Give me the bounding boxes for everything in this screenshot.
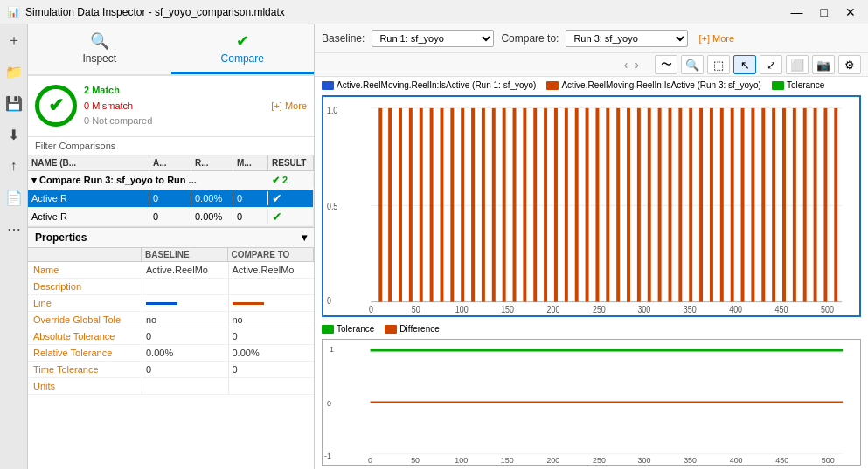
prop-table: Name Active.ReelMo Active.ReelMo Descrip… — [28, 262, 314, 395]
table-row[interactable]: Active.R 0 0.00% 0 ✔ — [28, 208, 314, 226]
prop-row-abs-tol: Absolute Tolerance 0 0 — [28, 328, 314, 345]
share-button[interactable]: ↑ — [2, 154, 26, 178]
prop-row-line: Line — [28, 295, 314, 312]
top-more-button[interactable]: [+] More — [698, 33, 734, 44]
svg-rect-49 — [699, 108, 703, 302]
svg-text:300: 300 — [638, 456, 651, 465]
match-count: 2 Match — [84, 83, 264, 99]
table-row[interactable]: Active.R 0 0.00% 0 ✔ — [28, 190, 314, 208]
legend-item-tol: Tolerance — [322, 324, 374, 334]
settings-button[interactable]: ⚙ — [838, 55, 861, 74]
svg-rect-55 — [761, 108, 765, 302]
th-a: A... — [149, 155, 191, 170]
legend-item-orange: Active.ReelMoving.ReelIn:IsActive (Run 3… — [546, 80, 760, 90]
svg-text:100: 100 — [455, 456, 468, 465]
svg-rect-36 — [565, 108, 568, 302]
more-options-button[interactable]: ⋯ — [2, 217, 26, 241]
tab-inspect[interactable]: 🔍 Inspect — [28, 24, 171, 74]
lower-chart-legend: Tolerance Difference — [315, 321, 868, 335]
nav-next-button[interactable]: › — [633, 58, 641, 72]
lower-chart: 1 0 -1 0 50 100 150 200 250 300 350 400 … — [322, 339, 861, 466]
filter-label: Filter Comparisons — [28, 137, 314, 155]
line-compare — [228, 295, 315, 311]
baseline-select[interactable]: Run 1: sf_yoyo — [372, 30, 494, 47]
add-button[interactable]: ＋ — [2, 28, 26, 52]
prop-row-override: Override Global Tole no no — [28, 312, 314, 328]
row1-m: 0 — [233, 191, 268, 205]
svg-rect-33 — [533, 108, 537, 302]
svg-rect-22 — [420, 108, 423, 302]
svg-text:0: 0 — [369, 304, 373, 314]
svg-rect-60 — [814, 108, 817, 302]
svg-text:1.0: 1.0 — [327, 105, 338, 115]
window-title: Simulation Data Inspector - sf_yoyo_comp… — [25, 6, 285, 18]
svg-text:-1: -1 — [324, 452, 331, 460]
svg-text:1: 1 — [330, 345, 334, 354]
save-button[interactable]: 💾 — [2, 91, 26, 115]
compare-label: Compare to: — [501, 32, 559, 45]
notes-button[interactable]: 📄 — [2, 185, 26, 210]
fit-tool-button[interactable]: ⬜ — [786, 55, 809, 74]
close-button[interactable]: ✕ — [840, 3, 861, 21]
svg-rect-42 — [627, 108, 630, 302]
match-summary: ✔ 2 Match 0 Mismatch 0 Not compared [+] … — [28, 76, 314, 137]
svg-rect-41 — [616, 108, 620, 302]
compare-icon: ✔ — [236, 31, 249, 51]
svg-text:250: 250 — [593, 304, 606, 314]
tabs: 🔍 Inspect ✔ Compare — [28, 24, 314, 76]
svg-rect-61 — [823, 108, 827, 302]
pan-tool-button[interactable]: ⬚ — [707, 55, 730, 74]
minimize-button[interactable]: — — [786, 3, 809, 21]
row2-m: 0 — [233, 210, 268, 224]
svg-text:500: 500 — [822, 456, 835, 465]
svg-text:100: 100 — [455, 304, 469, 314]
th-result: RESULT — [268, 155, 314, 170]
legend-item-green-tol: Tolerance — [772, 80, 824, 90]
chart-toolbar: ‹ › 〜 🔍 ⬚ ↖ ⤢ ⬜ 📷 ⚙ — [315, 53, 868, 77]
prop-row-rel-tol: Relative Tolerance 0.00% 0.00% — [28, 345, 314, 362]
row2-r: 0.00% — [191, 210, 233, 224]
lower-legend-label-diff: Difference — [399, 324, 439, 334]
svg-text:500: 500 — [821, 304, 834, 314]
tab-compare[interactable]: ✔ Compare — [171, 24, 315, 74]
compare-select[interactable]: Run 3: sf_yoyo — [566, 30, 688, 47]
properties-header: Properties ▾ — [28, 227, 314, 248]
svg-text:200: 200 — [546, 456, 559, 465]
snapshot-button[interactable]: 📷 — [812, 55, 835, 74]
svg-text:400: 400 — [729, 304, 742, 314]
svg-rect-30 — [503, 108, 506, 302]
compare-group: ▾ Compare Run 3: sf_yoyo to Run ... ✔ 2 … — [28, 171, 314, 227]
svg-text:250: 250 — [593, 456, 606, 465]
svg-rect-19 — [388, 108, 392, 302]
svg-rect-29 — [492, 108, 496, 302]
group-row[interactable]: ▾ Compare Run 3: sf_yoyo to Run ... ✔ 2 — [28, 171, 314, 190]
nav-prev-button[interactable]: ‹ — [622, 58, 630, 72]
svg-rect-47 — [678, 108, 682, 302]
svg-rect-51 — [720, 108, 724, 302]
inspect-icon: 🔍 — [90, 31, 109, 51]
svg-rect-46 — [668, 108, 671, 302]
maximize-button[interactable]: □ — [816, 3, 833, 21]
import-button[interactable]: ⬇ — [2, 122, 26, 147]
zoom-tool-button[interactable]: 🔍 — [681, 55, 704, 74]
lower-chart-wrapper: Tolerance Difference 1 0 -1 0 — [315, 321, 868, 469]
prop-row-name: Name Active.ReelMo Active.ReelMo — [28, 262, 314, 279]
svg-rect-45 — [658, 108, 662, 302]
open-button[interactable]: 📁 — [2, 59, 26, 84]
more-button[interactable]: [+] More — [271, 100, 307, 111]
row1-r: 0.00% — [191, 191, 233, 205]
right-panel: Baseline: Run 1: sf_yoyo Compare to: Run… — [315, 24, 868, 469]
expand-tool-button[interactable]: ⤢ — [760, 55, 782, 74]
svg-text:400: 400 — [730, 456, 743, 465]
upper-chart-svg: 1.0 0.5 0 0 50 100 150 200 250 300 350 4… — [323, 97, 859, 315]
row1-name: Active.R — [28, 191, 149, 205]
wave-tool-button[interactable]: 〜 — [655, 55, 677, 74]
svg-rect-40 — [606, 108, 609, 302]
cursor-tool-button[interactable]: ↖ — [733, 55, 756, 74]
row1-result: ✔ — [268, 190, 314, 207]
svg-text:450: 450 — [775, 456, 788, 465]
upper-chart-wrapper: Active.ReelMoving.ReelIn:IsActive (Run 1… — [315, 77, 868, 321]
legend-item-blue: Active.ReelMoving.ReelIn:IsActive (Run 1… — [322, 80, 536, 90]
prop-header-row: BASELINE COMPARE TO — [28, 248, 314, 262]
charts-area: Active.ReelMoving.ReelIn:IsActive (Run 1… — [315, 77, 868, 469]
